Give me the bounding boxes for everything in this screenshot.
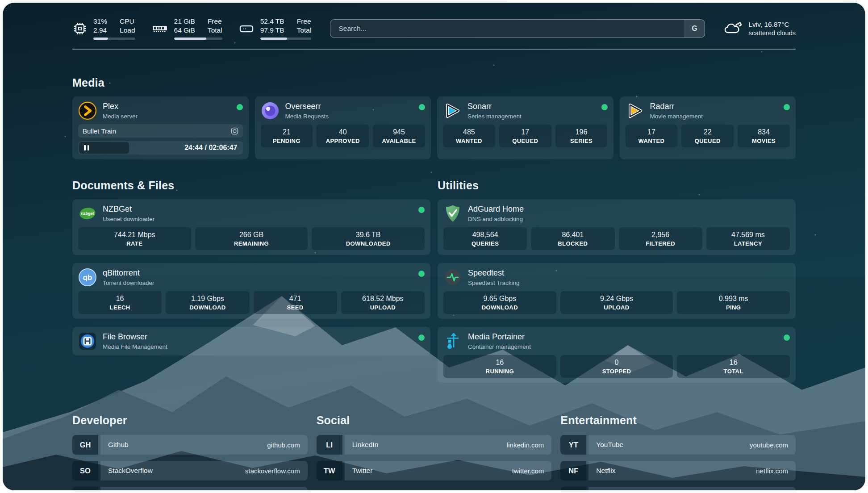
status-dot <box>601 104 608 110</box>
stat-ping: 0.993 ms PING <box>677 291 790 314</box>
weather-condition: scattered clouds <box>748 29 796 37</box>
plex-icon <box>78 101 97 120</box>
radarr-icon <box>626 101 644 120</box>
status-dot <box>419 104 425 110</box>
stat-queries: 498,564 QUERIES <box>443 227 527 250</box>
bookmark-name: Twitter <box>352 467 373 475</box>
memory-icon <box>151 22 168 35</box>
weather-widget: Lviv, 16.87°C scattered clouds <box>724 21 796 37</box>
status-dot <box>784 334 790 341</box>
card-title: Speedtest <box>468 268 790 278</box>
service-card-adguard[interactable]: AdGuard Home DNS and adblocking 498,564 … <box>438 199 796 255</box>
stat-latency: 47.569 ms LATENCY <box>706 227 790 250</box>
bookmark-group-entertainment: Entertainment YT YouTube youtube.com NF … <box>560 414 796 490</box>
disk-free-label: Free <box>297 17 312 26</box>
stat-upload: 618.52 Mbps UPLOAD <box>341 291 425 314</box>
utilities-column: Utilities <box>438 179 796 383</box>
bookmark-name: LinkedIn <box>352 441 379 449</box>
bookmark-abbr: NF <box>560 461 586 480</box>
service-card-sonarr[interactable]: Sonarr Series management 485 WANTED 17 Q… <box>437 96 613 159</box>
stat-queued: 17 QUEUED <box>499 125 551 147</box>
card-subtitle: Movie management <box>650 113 778 120</box>
stat-approved: 40 APPROVED <box>317 125 369 147</box>
stat-filtered: 2,956 FILTERED <box>619 227 702 250</box>
pause-button[interactable] <box>79 142 129 154</box>
card-subtitle: Series management <box>467 113 596 120</box>
bookmark-name: YouTube <box>596 441 623 449</box>
service-card-portainer[interactable]: Media Portainer Container management 16 … <box>438 327 796 383</box>
service-card-qbittorrent[interactable]: qb qBittorrent Torrent downloader <box>72 263 430 319</box>
stat-series: 196 SERIES <box>555 125 608 147</box>
stat-blocked: 86,401 BLOCKED <box>531 227 614 250</box>
section-title-documents: Documents & Files <box>72 179 430 192</box>
disk-free-value: 52.4 TB <box>260 17 284 26</box>
bookmark-group-social: Social LI LinkedIn linkedin.com TW Twitt… <box>317 414 552 480</box>
status-dot <box>418 334 425 341</box>
speedtest-icon <box>443 268 462 287</box>
adguard-icon <box>443 204 462 223</box>
bookmark-twitter[interactable]: TW Twitter twitter.com <box>317 461 552 480</box>
bookmark-linkedin[interactable]: LI LinkedIn linkedin.com <box>317 435 552 455</box>
playback-time: 24:44 / 02:06:47 <box>129 144 242 152</box>
disk-total-label: Total <box>297 26 312 35</box>
section-title-developer: Developer <box>72 414 308 427</box>
search-input[interactable] <box>330 20 684 38</box>
svg-text:qb: qb <box>83 273 92 282</box>
search-bar[interactable]: G <box>330 19 705 38</box>
cpu-icon <box>72 21 88 36</box>
search-provider-button[interactable]: G <box>684 20 705 38</box>
stat-download: 9.65 Gbps DOWNLOAD <box>443 291 556 314</box>
dashboard-window: 31% 2.94 CPU Load <box>3 3 865 490</box>
bookmark-stackoverflow[interactable]: SO StackOverflow stackoverflow.com <box>72 461 308 480</box>
overseerr-icon <box>261 101 280 120</box>
filebrowser-icon <box>78 332 97 351</box>
section-title-entertainment: Entertainment <box>560 414 796 427</box>
stat-upload: 9.24 Gbps UPLOAD <box>560 291 673 314</box>
card-subtitle: Media File Management <box>103 343 413 350</box>
bookmark-abbr: DT <box>72 487 98 490</box>
cpu-usage-label: CPU <box>120 17 135 26</box>
bookmark-netflix[interactable]: NF Netflix netflix.com <box>560 461 796 480</box>
bookmark-reddit[interactable]: RE Reddit reddit.com <box>560 487 796 490</box>
weather-location-temp: Lviv, 16.87°C <box>748 21 796 29</box>
section-title-media: Media <box>72 76 796 89</box>
service-card-speedtest[interactable]: Speedtest Speedtest Tracking 9.65 Gbps D… <box>438 263 796 319</box>
service-card-filebrowser[interactable]: File Browser Media File Management <box>72 327 430 355</box>
svg-text:nzbget: nzbget <box>81 212 94 216</box>
bookmark-github[interactable]: GH Github github.com <box>72 435 308 455</box>
service-card-plex[interactable]: Plex Media server Bullet Train <box>72 96 249 159</box>
bookmark-url: linkedin.com <box>507 441 544 449</box>
card-subtitle: Torrent downloader <box>103 280 413 286</box>
stat-stopped: 0 STOPPED <box>560 355 673 378</box>
disk-icon <box>238 22 255 35</box>
bookmark-youtube[interactable]: YT YouTube youtube.com <box>560 435 796 455</box>
cpu-usage-value: 31% <box>93 17 107 26</box>
card-title: Sonarr <box>467 102 596 112</box>
service-card-overseerr[interactable]: Overseerr Media Requests 21 PENDING 40 A… <box>255 96 431 159</box>
stat-download: 1.19 Gbps DOWNLOAD <box>166 291 249 314</box>
section-title-social: Social <box>317 414 552 427</box>
qbittorrent-icon: qb <box>78 268 97 287</box>
card-title: File Browser <box>103 332 413 342</box>
service-card-nzbget[interactable]: nzbget NZBGet Usenet downloader 74 <box>72 199 430 255</box>
top-bar: 31% 2.94 CPU Load <box>72 3 796 40</box>
bookmark-dev[interactable]: DT DEV dev.to <box>72 487 308 490</box>
service-card-radarr[interactable]: Radarr Movie management 17 WANTED 22 QUE… <box>620 96 796 159</box>
stat-seed: 471 SEED <box>254 291 337 314</box>
bookmark-url: stackoverflow.com <box>245 467 300 475</box>
sonarr-icon <box>443 101 462 120</box>
portainer-icon <box>443 332 462 351</box>
card-title: NZBGet <box>103 205 413 214</box>
card-subtitle: Usenet downloader <box>103 216 413 222</box>
bookmark-abbr: TW <box>317 461 342 480</box>
bookmark-url: twitter.com <box>512 467 544 475</box>
stat-remaining: 266 GB REMAINING <box>195 227 308 250</box>
card-title: Overseerr <box>285 102 413 112</box>
now-playing-icon[interactable] <box>231 127 238 135</box>
card-title: Plex <box>103 102 231 112</box>
card-title: Media Portainer <box>468 332 778 342</box>
stat-movies: 834 MOVIES <box>738 125 790 147</box>
media-card-grid: Plex Media server Bullet Train <box>72 96 796 159</box>
section-title-utilities: Utilities <box>438 179 796 192</box>
card-subtitle: DNS and adblocking <box>468 216 790 222</box>
